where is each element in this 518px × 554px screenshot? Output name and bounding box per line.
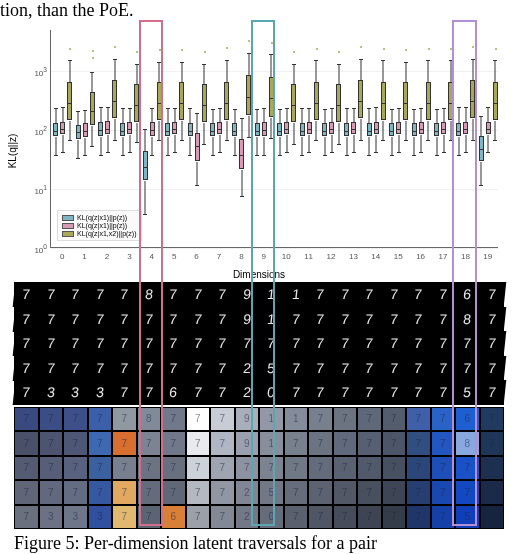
box [172,122,177,135]
figure-caption: Figure 5: Per-dimension latent traversal… [0,533,518,554]
mnist-cell: 7 [356,307,383,332]
box [396,122,401,135]
svhn-cell: 3 [88,505,113,530]
box [470,80,475,118]
mnist-cell: 7 [380,380,407,405]
mnist-cell: 8 [135,282,162,307]
mnist-cell: 7 [282,331,309,356]
x-tick: 18 [461,252,470,261]
svhn-cell: 7 [137,431,162,456]
svhn-cell: 7 [14,480,39,505]
svhn-cell: 0 [259,505,284,530]
mnist-cell: 7 [184,331,211,356]
mnist-cell: 1 [282,282,309,307]
x-tick: 11 [304,252,313,261]
box [127,122,132,135]
mnist-cell: 5 [258,356,285,381]
box [120,123,125,135]
box [165,123,170,135]
box [291,84,296,121]
box [434,123,439,135]
svhn-cell: 7 [186,480,211,505]
mnist-cell: 7 [111,356,138,381]
legend-entry: KL(q(z|x1)||p(z)) [77,214,127,221]
box [83,123,88,137]
mnist-cell: 7 [184,307,211,332]
mnist-cell: 7 [405,331,432,356]
mnist-cell: 7 [405,282,432,307]
svhn-cell: 7 [161,480,186,505]
mnist-cell: 7 [37,307,64,332]
x-tick: 16 [416,252,425,261]
svhn-cell: 7 [308,480,333,505]
mnist-cell: 7 [356,380,383,405]
box [322,123,327,135]
x-tick: 2 [105,252,109,261]
svhn-cell: 7 [88,431,113,456]
box [188,123,193,135]
mnist-cell: 7 [209,307,236,332]
svhn-cell: 7 [161,407,186,432]
svhn-cell: 7 [406,480,431,505]
mnist-cell: 7 [429,307,456,332]
mnist-cell: 7 [62,331,89,356]
svhn-cell: 7 [112,431,137,456]
x-tick: 0 [60,252,64,261]
mnist-cell: 7 [307,331,334,356]
mnist-cell: 2 [233,356,260,381]
box [179,82,184,120]
svhn-cell: 1 [284,407,309,432]
mnist-cell: 7 [478,331,505,356]
box [456,123,461,135]
box [314,82,319,120]
mnist-cell: 7 [209,380,236,405]
mnist-cell: 7 [160,307,187,332]
svhn-cell: 7 [210,480,235,505]
mnist-cell: 7 [111,282,138,307]
mnist-cell: 7 [86,331,113,356]
svhn-cell: 7 [333,480,358,505]
x-tick: 19 [483,252,492,261]
box [463,122,468,135]
svhn-cell: 7 [186,407,211,432]
box [150,122,155,135]
svhn-cell: 7 [382,431,407,456]
svhn-cell: 1 [259,431,284,456]
svhn-cell: 7 [259,456,284,481]
box [224,82,229,120]
mnist-cell: 5 [454,380,481,405]
mnist-cell: 7 [37,282,64,307]
svhn-cell: 7 [88,456,113,481]
mnist-cell: 7 [111,307,138,332]
box [239,139,244,169]
box [426,82,431,120]
box [143,151,148,181]
svhn-cell: 7 [357,505,382,530]
svhn-cell: 7 [480,505,505,530]
svhn-cell: 7 [112,505,137,530]
svhn-cell: 3 [39,505,64,530]
svhn-cell: 7 [431,480,456,505]
mnist-cell: 7 [405,380,432,405]
box [336,84,341,121]
mnist-cell: 7 [209,356,236,381]
mnist-cell: 7 [478,282,505,307]
svhn-cell: 7 [455,456,480,481]
mnist-cell: 7 [86,356,113,381]
svhn-cell: 7 [161,431,186,456]
mnist-cell: 7 [160,282,187,307]
svhn-cell: 7 [480,456,505,481]
box [307,122,312,135]
svhn-cell: 9 [235,407,260,432]
y-tick: 103 [21,66,47,78]
svhn-cell: 7 [480,407,505,432]
svhn-cell: 7 [63,480,88,505]
svhn-cell: 8 [137,407,162,432]
mnist-cell: 7 [331,331,358,356]
mnist-cell: 7 [13,282,40,307]
mnist-cell: 7 [258,331,285,356]
mnist-cell: 7 [135,380,162,405]
box [90,92,95,126]
mnist-cell: 1 [258,307,285,332]
mnist-cell: 7 [307,282,334,307]
